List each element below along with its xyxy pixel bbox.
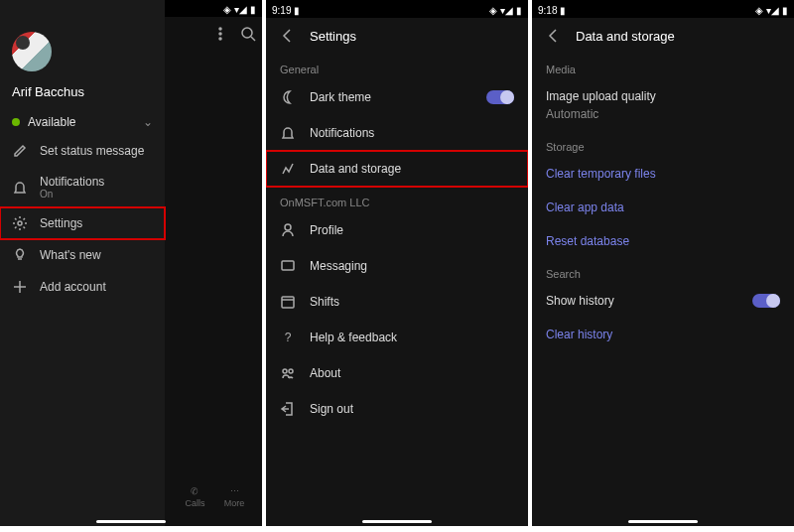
notifications-row[interactable]: Notifications: [266, 115, 528, 151]
shifts-row[interactable]: Shifts: [266, 284, 528, 320]
set-status-item[interactable]: Set status message: [0, 135, 165, 167]
status-bar: 9:18▮ ◈ ▾◢ ▮: [532, 0, 794, 18]
label: Help & feedback: [310, 331, 397, 344]
section-storage: Storage: [532, 131, 794, 157]
teams-icon: [280, 365, 296, 381]
section-media: Media: [532, 54, 794, 79]
label: Dark theme: [310, 90, 371, 104]
svg-rect-9: [282, 261, 294, 270]
page-title: Data and storage: [576, 29, 675, 44]
clock: 9:19: [272, 5, 291, 16]
bell-icon: [280, 125, 296, 141]
data-icon: [280, 161, 296, 177]
settings-page: Settings General Dark theme Notification…: [266, 18, 528, 526]
dark-theme-row[interactable]: Dark theme: [266, 79, 528, 115]
add-account-item[interactable]: Add account: [0, 271, 165, 303]
label: Show history: [546, 294, 614, 308]
about-row[interactable]: About: [266, 355, 528, 391]
avatar[interactable]: [12, 32, 52, 71]
svg-rect-10: [282, 297, 294, 308]
presence-available-icon: [12, 118, 20, 126]
signout-icon: [280, 401, 296, 417]
status-icons: ◈ ▾◢ ▮: [755, 5, 788, 16]
svg-point-5: [18, 221, 22, 225]
label: Notifications: [310, 126, 374, 140]
whats-new-item[interactable]: What's new: [0, 239, 165, 271]
clear-app-row[interactable]: Clear app data: [532, 191, 794, 224]
person-icon: [280, 222, 296, 238]
label: What's new: [40, 248, 101, 262]
data-storage-row[interactable]: Data and storage: [266, 151, 528, 187]
more-vertical-icon[interactable]: [212, 26, 228, 42]
question-icon: ?: [280, 330, 296, 345]
edit-icon: [12, 143, 28, 159]
gesture-handle[interactable]: [628, 520, 698, 523]
card-icon: ▮: [560, 5, 566, 16]
upload-quality-row[interactable]: Image upload quality Automatic: [532, 79, 794, 131]
profile-row[interactable]: Profile: [266, 212, 528, 248]
notifications-item[interactable]: Notifications On: [0, 167, 165, 207]
clear-temp-row[interactable]: Clear temporary files: [532, 157, 794, 191]
nav-more[interactable]: ⋯More: [224, 486, 245, 508]
label: Reset database: [546, 234, 629, 248]
status-icons: ◈ ▾◢ ▮: [489, 5, 522, 16]
messaging-row[interactable]: Messaging: [266, 248, 528, 284]
sublabel: On: [40, 189, 104, 200]
status-icons: ◈ ▾◢ ▮: [223, 4, 256, 15]
svg-point-1: [219, 33, 221, 35]
back-arrow-icon[interactable]: [546, 28, 562, 44]
label: Profile: [310, 223, 343, 237]
card-icon: ▮: [294, 5, 300, 16]
nav-calls[interactable]: ✆Calls: [185, 486, 204, 508]
settings-item[interactable]: Settings: [0, 207, 165, 239]
more-icon: ⋯: [230, 486, 239, 496]
label: Add account: [40, 280, 106, 294]
label: About: [310, 366, 340, 380]
dark-theme-toggle[interactable]: [486, 90, 514, 104]
label: Clear app data: [546, 200, 624, 214]
svg-point-3: [242, 28, 252, 38]
user-name: Arif Bacchus: [0, 80, 165, 109]
show-history-toggle[interactable]: [752, 294, 780, 308]
svg-point-12: [283, 369, 287, 373]
presence-label: Available: [28, 115, 75, 129]
label: Clear temporary files: [546, 167, 656, 181]
svg-point-2: [219, 38, 221, 40]
clock: 9:18: [538, 5, 557, 16]
section-org: OnMSFT.com LLC: [266, 187, 528, 212]
data-storage-page: Data and storage Media Image upload qual…: [532, 18, 794, 526]
chat-icon: [280, 258, 296, 274]
svg-point-8: [285, 224, 291, 230]
show-history-row[interactable]: Show history: [532, 284, 794, 318]
search-icon[interactable]: [240, 26, 256, 42]
moon-icon: [280, 89, 296, 105]
lightbulb-icon: [12, 247, 28, 263]
phone-screen-3: 9:18▮ ◈ ▾◢ ▮ Data and storage Media Imag…: [532, 0, 794, 526]
phone-screen-1: 9:17▮ ◈ ▾◢ ▮ Arif Bacchus Available ⌄ Se…: [0, 0, 262, 526]
label: Shifts: [310, 295, 339, 309]
gear-icon: [12, 215, 28, 231]
gesture-handle[interactable]: [362, 520, 432, 523]
phone-screen-2: 9:19▮ ◈ ▾◢ ▮ Settings General Dark theme…: [266, 0, 528, 526]
sign-out-row[interactable]: Sign out: [266, 391, 528, 427]
sublabel: Automatic: [546, 107, 598, 121]
label: Messaging: [310, 259, 367, 273]
help-row[interactable]: ? Help & feedback: [266, 320, 528, 355]
reset-db-row[interactable]: Reset database: [532, 224, 794, 258]
gesture-handle[interactable]: [96, 520, 166, 523]
back-arrow-icon[interactable]: [280, 28, 296, 44]
presence-row[interactable]: Available ⌄: [0, 109, 165, 135]
label: Sign out: [310, 402, 353, 416]
chevron-down-icon: ⌄: [143, 115, 153, 129]
clear-history-row[interactable]: Clear history: [532, 318, 794, 351]
section-general: General: [266, 54, 528, 79]
label: Image upload quality: [546, 89, 656, 103]
label: Clear history: [546, 328, 612, 341]
page-title: Settings: [310, 29, 356, 44]
status-bar: 9:19▮ ◈ ▾◢ ▮: [266, 0, 528, 18]
bottom-nav: ✆Calls ⋯More: [176, 480, 254, 518]
bell-icon: [12, 180, 28, 196]
svg-line-4: [251, 37, 255, 41]
label: Data and storage: [310, 162, 401, 176]
svg-point-0: [219, 28, 221, 30]
